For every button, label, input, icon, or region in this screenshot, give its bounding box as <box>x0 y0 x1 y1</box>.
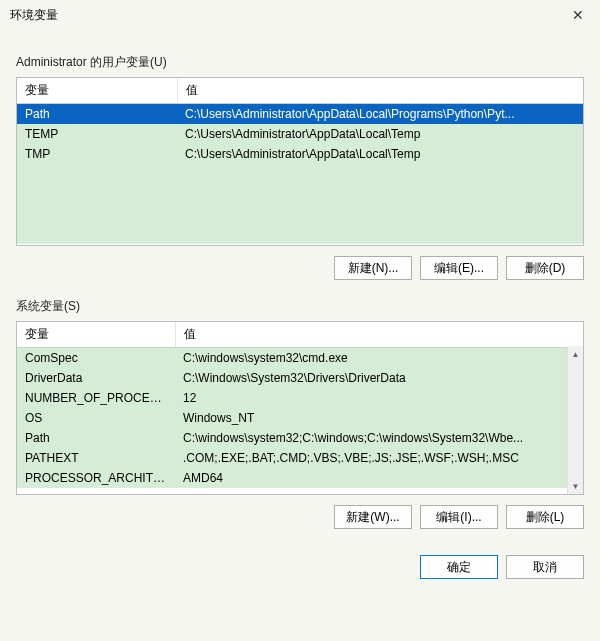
dialog-footer: 确定 取消 <box>0 541 600 593</box>
window-title: 环境变量 <box>10 7 58 24</box>
user-col-name[interactable]: 变量 <box>17 78 177 104</box>
cell-value: AMD64 <box>175 468 567 488</box>
cell-value: C:\windows\system32\cmd.exe <box>175 348 567 369</box>
dialog-content: Administrator 的用户变量(U) 变量 值 Path C:\User <box>0 30 600 541</box>
system-edit-button[interactable]: 编辑(I)... <box>420 505 498 529</box>
table-row[interactable]: ComSpec C:\windows\system32\cmd.exe <box>17 348 567 369</box>
scroll-down-icon[interactable]: ▼ <box>568 478 583 494</box>
ok-button[interactable]: 确定 <box>420 555 498 579</box>
cell-value: 12 <box>175 388 567 408</box>
system-vars-table-frame: 变量 值 ComSpec C:\windows\system32\cmd.exe… <box>16 321 584 495</box>
system-vars-table: 变量 值 ComSpec C:\windows\system32\cmd.exe… <box>17 322 567 488</box>
cell-value: C:\Users\Administrator\AppData\Local\Tem… <box>177 124 583 144</box>
cell-value: C:\Users\Administrator\AppData\Local\Pro… <box>177 104 583 125</box>
cell-name: PATHEXT <box>17 448 175 468</box>
cell-name: NUMBER_OF_PROCESSORS <box>17 388 175 408</box>
cell-name: OS <box>17 408 175 428</box>
cell-value: C:\Users\Administrator\AppData\Local\Tem… <box>177 144 583 164</box>
user-delete-button[interactable]: 删除(D) <box>506 256 584 280</box>
cell-name: ComSpec <box>17 348 175 369</box>
cell-name: TEMP <box>17 124 177 144</box>
system-new-button[interactable]: 新建(W)... <box>334 505 412 529</box>
cell-value: C:\windows\system32;C:\windows;C:\window… <box>175 428 567 448</box>
user-col-value[interactable]: 值 <box>177 78 583 104</box>
table-row[interactable]: TEMP C:\Users\Administrator\AppData\Loca… <box>17 124 583 144</box>
table-row[interactable]: DriverData C:\Windows\System32\Drivers\D… <box>17 368 567 388</box>
table-row[interactable]: PROCESSOR_ARCHITECT... AMD64 <box>17 468 567 488</box>
cell-value: Windows_NT <box>175 408 567 428</box>
table-row[interactable]: Path C:\Users\Administrator\AppData\Loca… <box>17 104 583 125</box>
user-vars-table: 变量 值 Path C:\Users\Administrator\AppData… <box>17 78 583 244</box>
cancel-button[interactable]: 取消 <box>506 555 584 579</box>
system-vars-scrollbar[interactable]: ▲ ▼ <box>567 346 583 494</box>
cell-name: PROCESSOR_ARCHITECT... <box>17 468 175 488</box>
system-vars-table-scroll[interactable]: 变量 值 ComSpec C:\windows\system32\cmd.exe… <box>17 322 567 494</box>
cell-name: Path <box>17 428 175 448</box>
cell-name: TMP <box>17 144 177 164</box>
cell-value: C:\Windows\System32\Drivers\DriverData <box>175 368 567 388</box>
system-vars-label: 系统变量(S) <box>16 298 584 315</box>
user-vars-table-frame: 变量 值 Path C:\Users\Administrator\AppData… <box>16 77 584 246</box>
close-icon: ✕ <box>572 7 584 23</box>
table-row[interactable]: OS Windows_NT <box>17 408 567 428</box>
table-row[interactable]: PATHEXT .COM;.EXE;.BAT;.CMD;.VBS;.VBE;.J… <box>17 448 567 468</box>
cell-value: .COM;.EXE;.BAT;.CMD;.VBS;.VBE;.JS;.JSE;.… <box>175 448 567 468</box>
close-button[interactable]: ✕ <box>556 0 600 30</box>
sys-col-name[interactable]: 变量 <box>17 322 175 348</box>
system-delete-button[interactable]: 删除(L) <box>506 505 584 529</box>
table-row[interactable]: Path C:\windows\system32;C:\windows;C:\w… <box>17 428 567 448</box>
cell-name: Path <box>17 104 177 125</box>
cell-name: DriverData <box>17 368 175 388</box>
titlebar: 环境变量 ✕ <box>0 0 600 30</box>
user-vars-table-scroll[interactable]: 变量 值 Path C:\Users\Administrator\AppData… <box>17 78 583 245</box>
system-vars-group: 系统变量(S) 变量 值 ComSpec C:\windows\system32 <box>16 298 584 529</box>
system-vars-buttons: 新建(W)... 编辑(I)... 删除(L) <box>16 505 584 529</box>
table-row[interactable]: TMP C:\Users\Administrator\AppData\Local… <box>17 144 583 164</box>
table-row[interactable]: NUMBER_OF_PROCESSORS 12 <box>17 388 567 408</box>
scroll-up-icon[interactable]: ▲ <box>568 346 583 362</box>
user-vars-group: Administrator 的用户变量(U) 变量 值 Path C:\User <box>16 54 584 280</box>
user-new-button[interactable]: 新建(N)... <box>334 256 412 280</box>
sys-col-value[interactable]: 值 <box>175 322 567 348</box>
user-vars-buttons: 新建(N)... 编辑(E)... 删除(D) <box>16 256 584 280</box>
user-vars-label: Administrator 的用户变量(U) <box>16 54 584 71</box>
user-edit-button[interactable]: 编辑(E)... <box>420 256 498 280</box>
